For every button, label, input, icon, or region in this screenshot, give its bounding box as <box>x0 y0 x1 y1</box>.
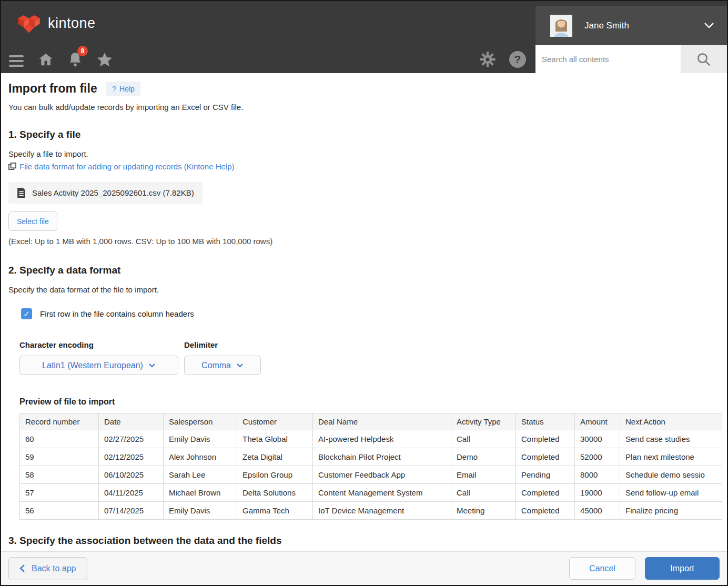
table-cell: Zeta Digital <box>237 448 313 466</box>
column-header: Next Action <box>620 413 722 430</box>
table-cell: Epsilon Group <box>237 466 313 484</box>
user-menu[interactable]: Jane Smith <box>535 6 727 45</box>
footer-bar: Back to app Cancel Import <box>1 551 727 585</box>
table-cell: IoT Device Management <box>313 502 451 520</box>
notifications-bell-icon[interactable]: 8 <box>66 50 84 68</box>
notification-count-badge: 8 <box>77 46 88 56</box>
chevron-left-icon <box>19 564 25 573</box>
table-cell: Completed <box>516 484 575 502</box>
external-window-icon <box>8 163 16 170</box>
table-cell: Alex Johnson <box>164 448 237 466</box>
section2-heading: 2. Specify a data format <box>8 265 720 276</box>
table-cell: Content Management System <box>313 484 451 502</box>
table-cell: Delta Solutions <box>237 484 313 502</box>
column-header: Amount <box>575 413 620 430</box>
file-name: Sales Activity 2025_2025092601.csv (7.82… <box>32 188 194 197</box>
encoding-dropdown[interactable]: Latin1 (Western European) <box>19 356 178 375</box>
top-bar: kintone 8 <box>1 1 727 73</box>
table-cell: Demo <box>451 448 516 466</box>
page-help-link[interactable]: ? Help <box>106 82 140 96</box>
table-row: 6002/27/2025Emily DavisTheta GlobalAI-po… <box>20 430 722 448</box>
home-icon[interactable] <box>37 50 55 68</box>
column-header: Status <box>516 413 575 430</box>
table-cell: 19000 <box>575 484 620 502</box>
encoding-label: Character encoding <box>19 340 184 349</box>
table-cell: Meeting <box>451 502 516 520</box>
section3-heading: 3. Specify the association between the d… <box>8 535 720 547</box>
table-cell: Customer Feedback App <box>313 466 451 484</box>
table-row: 5607/14/2025Emily DavisGamma TechIoT Dev… <box>20 502 722 520</box>
question-icon: ? <box>112 84 116 93</box>
search-input[interactable] <box>535 45 681 73</box>
table-cell: Plan next milestone <box>620 448 722 466</box>
file-icon <box>17 187 26 198</box>
header-row-checkbox[interactable]: ✓ <box>21 308 32 319</box>
table-row: 5902/12/2025Alex JohnsonZeta DigitalBloc… <box>20 448 722 466</box>
section1-heading: 1. Specify a file <box>8 129 720 140</box>
table-cell: 07/14/2025 <box>99 502 164 520</box>
table-cell: Schedule demo sessio <box>620 466 722 484</box>
main-content: Import from file ? Help You can bulk add… <box>1 73 727 547</box>
table-cell: Call <box>451 484 516 502</box>
table-cell: 56 <box>20 502 99 520</box>
table-cell: Completed <box>516 430 575 448</box>
table-cell: 8000 <box>575 466 620 484</box>
back-to-app-button[interactable]: Back to app <box>8 557 87 580</box>
brand-name: kintone <box>48 15 96 32</box>
header-row-checkbox-label: First row in the file contains column he… <box>40 309 194 318</box>
column-header: Date <box>99 413 164 430</box>
select-file-button[interactable]: Select file <box>8 211 57 231</box>
table-cell: 52000 <box>575 448 620 466</box>
window: kintone 8 <box>0 0 728 586</box>
column-header: Activity Type <box>451 413 516 430</box>
table-row: 5704/11/2025Michael BrownDelta Solutions… <box>20 484 722 502</box>
table-cell: Sarah Lee <box>164 466 237 484</box>
column-header: Deal Name <box>313 413 451 430</box>
table-cell: Call <box>451 430 516 448</box>
table-cell: 30000 <box>575 430 620 448</box>
page-title: Import from file <box>8 82 97 96</box>
table-row: 5806/10/2025Sarah LeeEpsilon GroupCustom… <box>20 466 722 484</box>
table-cell: AI-powered Helpdesk <box>313 430 451 448</box>
delimiter-dropdown[interactable]: Comma <box>184 356 261 375</box>
section1-description: Specify a file to import. <box>8 149 720 158</box>
table-cell: Finalize pricing <box>620 502 722 520</box>
table-cell: 58 <box>20 466 99 484</box>
chevron-down-icon <box>704 21 714 31</box>
settings-gear-icon[interactable] <box>479 51 496 68</box>
table-cell: Send case studies <box>620 430 722 448</box>
kintone-logo-icon[interactable] <box>17 12 41 35</box>
intro-text: You can bulk add/update records by impor… <box>8 103 720 112</box>
search-button[interactable] <box>681 45 727 73</box>
table-cell: Completed <box>516 448 575 466</box>
table-cell: Emily Davis <box>164 502 237 520</box>
search-bar <box>535 45 727 73</box>
table-cell: Pending <box>516 466 575 484</box>
table-cell: Emily Davis <box>164 430 237 448</box>
column-header: Salesperson <box>164 413 237 430</box>
table-cell: 60 <box>20 430 99 448</box>
preview-heading: Preview of file to import <box>19 397 720 407</box>
table-cell: 02/12/2025 <box>99 448 164 466</box>
avatar <box>550 15 572 37</box>
table-cell: Blockchain Pilot Project <box>313 448 451 466</box>
column-header: Record number <box>20 413 99 430</box>
chevron-down-icon <box>148 363 156 368</box>
menu-icon[interactable] <box>7 50 25 68</box>
table-cell: Michael Brown <box>164 484 237 502</box>
column-header: Customer <box>237 413 313 430</box>
import-button[interactable]: Import <box>645 557 720 580</box>
header-help-icon[interactable]: ? <box>509 51 526 68</box>
table-header-row: Record numberDateSalespersonCustomerDeal… <box>20 413 722 430</box>
search-icon <box>696 52 712 67</box>
user-name: Jane Smith <box>584 21 629 31</box>
delimiter-label: Delimiter <box>184 340 218 349</box>
topbar-utility-icons: ? <box>479 45 526 73</box>
favorites-star-icon[interactable] <box>96 50 114 68</box>
section2-description: Specify the data format of the file to i… <box>8 285 720 294</box>
selected-file-chip: Sales Activity 2025_2025092601.csv (7.82… <box>8 182 203 204</box>
table-cell: 04/11/2025 <box>99 484 164 502</box>
cancel-button[interactable]: Cancel <box>569 557 635 580</box>
table-cell: Completed <box>516 502 575 520</box>
file-format-help-link[interactable]: File data format for adding or updating … <box>8 162 720 171</box>
